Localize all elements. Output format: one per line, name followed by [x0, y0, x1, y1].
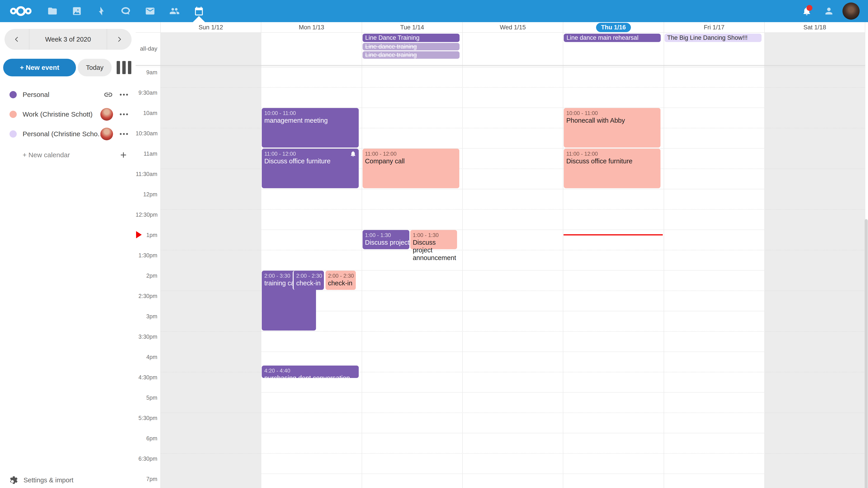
event-block[interactable]: 11:00 - 12:00Discuss office furniture: [262, 149, 359, 188]
column-border: [362, 22, 362, 488]
day-header-tue[interactable]: Tue 1/14: [362, 22, 463, 33]
new-calendar-label: + New calendar: [23, 151, 119, 159]
contacts-menu-icon[interactable]: [818, 0, 840, 22]
event-time: 10:00 - 11:00: [264, 109, 356, 117]
slot-line: [160, 453, 865, 454]
day-label: Sat 1/18: [803, 24, 826, 31]
calendar-list-item[interactable]: Personal (Christine Scho...: [0, 124, 135, 144]
column-border: [462, 22, 463, 488]
settings-import-button[interactable]: Settings & import: [0, 472, 135, 488]
time-label: 4:30pm: [135, 374, 157, 381]
event-time: 4:20 - 4:40: [264, 367, 356, 374]
header-bottom-border: [135, 32, 865, 33]
new-event-button[interactable]: + New event: [3, 59, 76, 76]
column-border: [563, 22, 563, 488]
sidebar: Week 3 of 2020 + New event Today Persona…: [0, 22, 135, 488]
time-label: 9am: [135, 69, 157, 76]
event-time: 1:00 - 1:30: [413, 232, 455, 238]
event-title: check-in: [328, 279, 353, 287]
event-block[interactable]: 4:20 - 4:40purchasing dept conversation: [262, 365, 359, 378]
event-block[interactable]: 2:00 - 2:30check-in: [293, 271, 324, 290]
allday-event[interactable]: Line dance training: [363, 51, 460, 59]
app-icon-talk[interactable]: [114, 0, 138, 22]
settings-label: Settings & import: [24, 477, 73, 484]
app-icon-mail[interactable]: [138, 0, 162, 22]
day-header-mon[interactable]: Mon 1/13: [261, 22, 362, 33]
event-block[interactable]: 2:00 - 2:30check-in: [326, 271, 356, 290]
allday-event[interactable]: Line Dance Training: [363, 34, 460, 42]
app-icon-calendar[interactable]: [187, 0, 211, 22]
app-menu: [40, 0, 211, 22]
event-time: 1:00 - 1:30: [365, 232, 407, 238]
column-border: [160, 22, 161, 488]
time-label: 3:30pm: [135, 333, 157, 340]
event-title: check-in: [296, 279, 321, 287]
event-block[interactable]: 10:00 - 11:00management meeting: [262, 108, 359, 148]
event-time: 11:00 - 12:00: [365, 150, 457, 157]
today-pill: Thu 1/16: [596, 23, 631, 32]
more-options-icon[interactable]: [120, 94, 128, 96]
time-label: 2pm: [135, 272, 157, 279]
event-block[interactable]: 1:00 - 1:30Discuss project announcement: [363, 230, 409, 249]
event-title: purchasing dept conversation: [264, 374, 356, 382]
owner-avatar: [100, 108, 113, 121]
avatar: [842, 2, 860, 20]
day-label: Tue 1/14: [400, 24, 424, 31]
event-title: Discuss project announcement: [413, 238, 455, 262]
day-header-sat[interactable]: Sat 1/18: [765, 22, 865, 33]
app-icon-photos[interactable]: [65, 0, 89, 22]
notifications-bell-icon[interactable]: [796, 0, 818, 22]
time-label: 7pm: [135, 476, 157, 482]
more-options-icon[interactable]: [120, 133, 128, 135]
calendar-name: Personal (Christine Scho...: [23, 130, 100, 138]
time-label: 3pm: [135, 313, 157, 320]
event-block[interactable]: 11:00 - 12:00Company call: [363, 149, 459, 188]
previous-week-button[interactable]: [4, 29, 29, 50]
user-avatar[interactable]: [840, 0, 862, 22]
event-block[interactable]: 10:00 - 11:00Phonecall with Abby: [564, 108, 660, 148]
event-title: Phonecall with Abby: [566, 117, 658, 124]
today-button[interactable]: Today: [78, 59, 112, 76]
event-time: 11:00 - 12:00: [264, 150, 356, 157]
share-link-icon[interactable]: [103, 90, 113, 99]
time-label: 5pm: [135, 394, 157, 401]
event-title: Company call: [365, 157, 457, 165]
allday-event[interactable]: Line dance main rehearsal: [564, 34, 661, 42]
allday-event[interactable]: The Big Line Dancing Show!!!: [664, 34, 762, 42]
week-view-toggle-icon[interactable]: [117, 61, 131, 74]
event-block[interactable]: 11:00 - 12:00Discuss office furniture: [564, 149, 660, 188]
event-block[interactable]: 1:00 - 1:30Discuss project announcement: [410, 230, 457, 249]
calendar-color-dot: [9, 130, 17, 138]
slot-line: [160, 189, 865, 189]
time-label: 10am: [135, 110, 157, 116]
app-icon-activity[interactable]: [89, 0, 114, 22]
time-label: 2:30pm: [135, 293, 157, 299]
app-icon-files[interactable]: [40, 0, 65, 22]
gear-icon: [9, 475, 19, 485]
day-header-fri[interactable]: Fri 1/17: [664, 22, 765, 33]
calendar-color-dot: [9, 111, 17, 118]
event-time: 10:00 - 11:00: [566, 109, 658, 117]
slot-line: [160, 331, 865, 332]
calendar-name: Personal: [23, 91, 103, 98]
next-week-button[interactable]: [107, 29, 131, 50]
week-label: Week 3 of 2020: [29, 36, 107, 43]
event-title: Discuss project announcement: [365, 238, 407, 246]
weekend-column-shading: [765, 33, 865, 488]
day-header-sun[interactable]: Sun 1/12: [160, 22, 261, 33]
current-time-line: [563, 234, 663, 235]
day-header-wed[interactable]: Wed 1/15: [463, 22, 563, 33]
vertical-scrollbar[interactable]: [865, 219, 868, 488]
weekend-column-shading: [160, 33, 261, 488]
new-calendar-button[interactable]: + New calendar: [0, 145, 135, 165]
top-bar: [0, 0, 868, 22]
app-icon-contacts[interactable]: [162, 0, 187, 22]
more-options-icon[interactable]: [120, 113, 128, 115]
time-label: 12pm: [135, 191, 157, 198]
calendar-list-item[interactable]: Work (Christine Schott): [0, 105, 135, 124]
nextcloud-logo-icon[interactable]: [10, 0, 32, 22]
calendar-list-item[interactable]: Personal: [0, 85, 135, 104]
column-border: [261, 22, 261, 488]
allday-event[interactable]: Line dance training: [363, 43, 460, 51]
day-header-thu[interactable]: Thu 1/16: [563, 22, 664, 33]
